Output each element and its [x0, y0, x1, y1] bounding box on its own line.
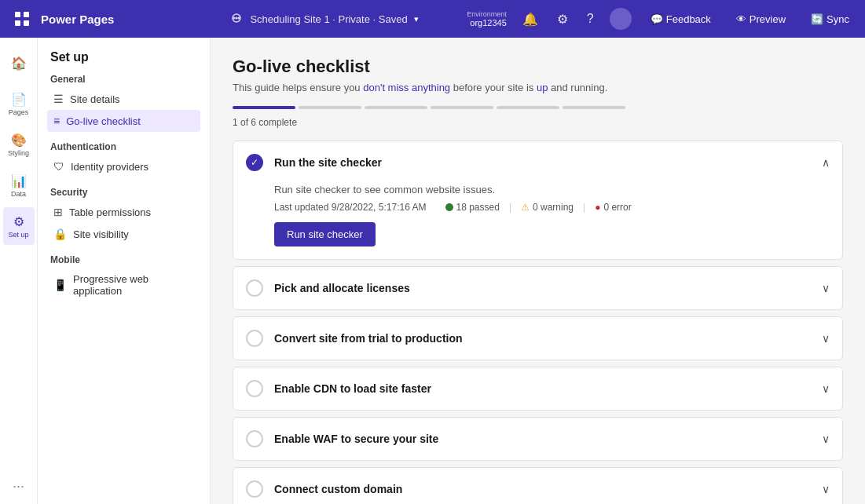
check-circle-waf	[246, 430, 263, 447]
environment-info: Environment org12345	[467, 10, 507, 27]
check-circle-convert-site	[246, 330, 263, 347]
checklist-item-header-waf[interactable]: Enable WAF to secure your site ∨	[233, 418, 842, 460]
stat-passed: 18 passed	[445, 202, 500, 213]
settings-icon[interactable]: ⚙	[554, 9, 571, 30]
progress-segment-3	[365, 106, 427, 109]
check-circle-custom-domain	[246, 480, 263, 498]
progress-track	[233, 106, 843, 109]
progress-segment-4	[431, 106, 493, 109]
sync-icon: 🔄	[811, 13, 823, 25]
checklist-title-licenses: Pick and allocate licenses	[274, 282, 816, 294]
checklist-title-waf: Enable WAF to secure your site	[274, 433, 816, 445]
environment-value: org12345	[470, 18, 507, 27]
checklist-item-header-run-site-checker[interactable]: ✓ Run the site checker ∧	[233, 141, 842, 184]
topbar-right: Environment org12345 🔔 ⚙ ? 💬 Feedback 👁 …	[467, 8, 856, 30]
environment-label: Environment	[467, 10, 507, 18]
checklist-title-custom-domain: Connect custom domain	[274, 483, 816, 495]
sidebar: Set up General ☰ Site details ≡ Go-live …	[38, 38, 211, 504]
progress-segment-6	[563, 106, 625, 109]
svg-point-7	[238, 17, 240, 20]
home-icon: 🏠	[11, 56, 27, 71]
checklist: ✓ Run the site checker ∧ Run site checke…	[233, 141, 843, 504]
rail-more-icon[interactable]: ···	[13, 478, 24, 495]
user-avatar[interactable]	[610, 8, 632, 30]
preview-icon: 👁	[736, 13, 746, 25]
sidebar-item-table-permissions[interactable]: ⊞ Table permissions	[47, 201, 200, 223]
sidebar-section-security: Security	[50, 187, 200, 198]
stat-warning: ⚠ 0 warning	[521, 202, 574, 213]
sidebar-section-general: General	[50, 74, 200, 85]
rail-home[interactable]: 🏠	[3, 44, 35, 82]
apps-icon[interactable]	[9, 6, 35, 31]
topbar: Power Pages Scheduling Site 1 · Private …	[0, 0, 865, 38]
progress-label: 1 of 6 complete	[233, 117, 843, 128]
checklist-item-header-convert-site[interactable]: Convert site from trial to production ∨	[233, 317, 842, 360]
site-info: Scheduling Site 1 · Private · Saved	[250, 13, 407, 25]
last-updated-label: Last updated 9/28/2022, 5:17:16 AM	[274, 202, 427, 213]
checklist-item-waf: Enable WAF to secure your site ∨	[233, 417, 843, 461]
sidebar-item-identity-providers[interactable]: 🛡 Identity providers	[47, 155, 200, 177]
preview-button[interactable]: 👁 Preview	[730, 10, 792, 28]
checklist-title-convert-site: Convert site from trial to production	[274, 332, 816, 345]
chevron-down-icon-cdn: ∨	[822, 382, 830, 395]
checklist-item-header-cdn[interactable]: Enable CDN to load site faster ∨	[233, 367, 842, 410]
rail-data[interactable]: 📊 Data	[3, 166, 35, 204]
checklist-title-run-site-checker: Run the site checker	[274, 156, 816, 169]
sidebar-item-pwa[interactable]: 📱 Progressive web application	[47, 268, 200, 301]
svg-rect-3	[24, 20, 29, 26]
subtitle-link-miss[interactable]: don't miss anything	[363, 82, 450, 93]
icon-rail: 🏠 📄 Pages 🎨 Styling 📊 Data ⚙ Set up ···	[0, 38, 38, 504]
site-info-chevron[interactable]: ▾	[414, 14, 419, 24]
feedback-icon: 💬	[651, 13, 663, 25]
svg-point-6	[236, 17, 238, 20]
page-title: Go-live checklist	[233, 57, 843, 77]
stat-dot-green	[445, 203, 453, 211]
rail-setup[interactable]: ⚙ Set up	[3, 207, 35, 245]
page-subtitle: This guide helps ensure you don't miss a…	[233, 82, 843, 93]
checklist-item-convert-site: Convert site from trial to production ∨	[233, 316, 843, 360]
check-circle-licenses	[246, 279, 263, 297]
subtitle-link-up[interactable]: up	[537, 82, 548, 93]
notifications-icon[interactable]: 🔔	[519, 9, 541, 30]
checklist-item-header-custom-domain[interactable]: Connect custom domain ∨	[233, 468, 842, 504]
help-icon[interactable]: ?	[584, 9, 597, 29]
rail-pages[interactable]: 📄 Pages	[3, 85, 35, 122]
chevron-down-icon-convert-site: ∨	[822, 332, 830, 345]
chevron-down-icon-waf: ∨	[822, 433, 830, 445]
table-permissions-icon: ⊞	[53, 206, 63, 218]
sidebar-item-site-visibility[interactable]: 🔒 Site visibility	[47, 223, 200, 245]
sidebar-title: Set up	[47, 50, 200, 64]
sync-button[interactable]: 🔄 Sync	[805, 10, 856, 28]
golive-icon: ≡	[53, 115, 60, 127]
main-layout: 🏠 📄 Pages 🎨 Styling 📊 Data ⚙ Set up ··· …	[0, 38, 865, 504]
styling-icon: 🎨	[11, 133, 27, 148]
error-circle-icon: ●	[595, 202, 600, 213]
identity-icon: 🛡	[53, 160, 64, 173]
topbar-center: Scheduling Site 1 · Private · Saved ▾	[183, 13, 467, 25]
sidebar-section-mobile: Mobile	[50, 254, 200, 265]
svg-rect-0	[15, 12, 20, 17]
rail-styling[interactable]: 🎨 Styling	[3, 126, 35, 163]
content-area: Go-live checklist This guide helps ensur…	[211, 38, 865, 504]
site-visibility-icon: 🔒	[53, 228, 67, 240]
sidebar-item-golive-checklist[interactable]: ≡ Go-live checklist	[47, 110, 200, 132]
svg-point-5	[233, 17, 236, 20]
check-circle-cdn	[246, 380, 263, 397]
setup-icon: ⚙	[13, 214, 24, 229]
sidebar-item-site-details[interactable]: ☰ Site details	[47, 88, 200, 110]
chevron-down-icon-licenses: ∨	[822, 282, 830, 294]
checklist-item-header-licenses[interactable]: Pick and allocate licenses ∨	[233, 267, 842, 309]
feedback-button[interactable]: 💬 Feedback	[644, 10, 717, 28]
item-stats-run-site-checker: Last updated 9/28/2022, 5:17:16 AM 18 pa…	[274, 202, 830, 213]
progress-segment-5	[497, 106, 559, 109]
app-title: Power Pages	[41, 13, 183, 26]
chevron-up-icon-run-site-checker: ∧	[822, 156, 830, 169]
chevron-down-icon-custom-domain: ∨	[822, 483, 830, 495]
data-icon: 📊	[11, 173, 27, 188]
check-circle-run-site-checker: ✓	[246, 154, 263, 171]
run-site-checker-button[interactable]: Run site checker	[274, 222, 376, 247]
pwa-icon: 📱	[53, 279, 67, 291]
progress-segment-2	[299, 106, 361, 109]
progress-segment-1	[233, 106, 295, 109]
stat-error: ● 0 error	[595, 202, 632, 213]
